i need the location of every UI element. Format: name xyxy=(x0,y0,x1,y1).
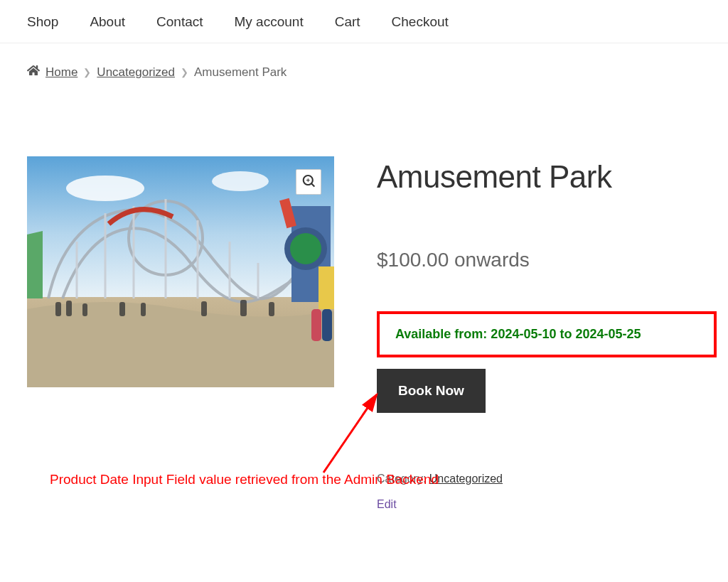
svg-rect-26 xyxy=(311,309,321,341)
svg-rect-18 xyxy=(55,302,61,316)
availability-text: Available from: 2024-05-10 to 2024-05-25 xyxy=(395,327,641,341)
product-content: Amusement Park $100.00 onwards Available… xyxy=(0,92,728,511)
svg-point-14 xyxy=(290,233,321,264)
product-title: Amusement Park xyxy=(377,159,717,195)
nav-checkout[interactable]: Checkout xyxy=(392,14,449,30)
availability-highlight-box: Available from: 2024-05-10 to 2024-05-25 xyxy=(377,311,717,357)
svg-rect-22 xyxy=(141,303,146,316)
category-link[interactable]: Uncategorized xyxy=(429,473,503,485)
svg-marker-17 xyxy=(27,231,43,298)
home-icon xyxy=(27,65,40,80)
svg-rect-27 xyxy=(322,309,332,341)
svg-rect-19 xyxy=(66,301,72,316)
svg-rect-24 xyxy=(240,300,247,316)
zoom-button[interactable] xyxy=(296,169,321,195)
breadcrumb-separator: ❯ xyxy=(181,67,188,77)
svg-point-1 xyxy=(66,176,144,201)
breadcrumb: Home ❯ Uncategorized ❯ Amusement Park xyxy=(0,43,728,92)
nav-cart[interactable]: Cart xyxy=(335,14,360,30)
product-image-wrap xyxy=(27,156,334,387)
nav-contact[interactable]: Contact xyxy=(156,14,203,30)
breadcrumb-separator: ❯ xyxy=(83,67,91,77)
svg-rect-23 xyxy=(201,301,207,316)
magnify-plus-icon xyxy=(302,175,315,190)
svg-point-2 xyxy=(212,171,269,191)
main-nav: Shop About Contact My account Cart Check… xyxy=(0,0,728,43)
book-now-button[interactable]: Book Now xyxy=(377,369,486,413)
svg-rect-16 xyxy=(318,266,334,309)
annotation-text: Product Date Input Field value retrieved… xyxy=(50,472,439,487)
nav-shop[interactable]: Shop xyxy=(27,14,58,30)
svg-rect-20 xyxy=(82,303,87,316)
breadcrumb-home[interactable]: Home xyxy=(46,65,77,80)
svg-rect-21 xyxy=(119,302,125,316)
breadcrumb-current: Amusement Park xyxy=(194,65,287,80)
product-details: Amusement Park $100.00 onwards Available… xyxy=(377,156,717,511)
product-image[interactable] xyxy=(27,156,334,387)
breadcrumb-category[interactable]: Uncategorized xyxy=(97,65,175,80)
svg-rect-25 xyxy=(269,302,274,316)
nav-myaccount[interactable]: My account xyxy=(235,14,304,30)
nav-about[interactable]: About xyxy=(90,14,125,30)
edit-link[interactable]: Edit xyxy=(377,498,397,511)
product-price: $100.00 onwards xyxy=(377,249,717,271)
